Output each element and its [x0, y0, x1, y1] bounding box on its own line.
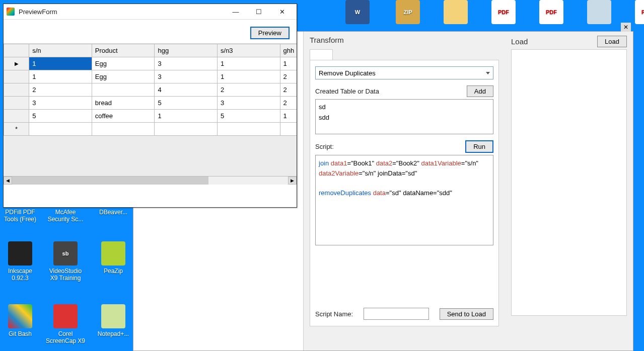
load-title: Load	[511, 37, 528, 46]
script-text: ="sd" dataName="sdd"	[386, 189, 452, 197]
cell[interactable]: 2	[280, 70, 297, 83]
maximize-button[interactable]: ☐	[247, 6, 270, 18]
desktop-icon-file[interactable]	[579, 0, 619, 26]
scroll-right-icon[interactable]: ▶	[288, 177, 297, 185]
desktop-icon-zip[interactable]: ZIP	[388, 0, 428, 26]
preview-button[interactable]: Preview	[250, 27, 290, 39]
cell[interactable]: 2	[280, 83, 297, 97]
cell[interactable]: 2	[29, 83, 92, 97]
script-attr: data1	[331, 159, 347, 167]
minimize-button[interactable]: —	[224, 6, 247, 18]
load-panel	[511, 49, 627, 316]
column-header[interactable]: Product	[92, 44, 155, 57]
load-section: Load Load	[505, 32, 633, 350]
cell[interactable]: 3	[218, 97, 280, 110]
cell[interactable]: 3	[155, 57, 218, 70]
desktop-icon-videostudio[interactable]: sbVideoStudio X9 Training	[45, 241, 86, 282]
script-name-input[interactable]	[364, 308, 429, 320]
cell[interactable]: 5	[155, 97, 218, 110]
desktop-icon-pdf-2[interactable]: PDF	[531, 0, 571, 26]
script-keyword: removeDuplicates	[319, 189, 373, 197]
cell[interactable]: 1	[29, 57, 92, 70]
cell[interactable]: Egg	[92, 70, 155, 83]
cell[interactable]: coffee	[92, 110, 155, 123]
table-row[interactable]: ▶ 1 Egg 3 1 1	[4, 57, 297, 70]
desktop-icon-word[interactable]: W	[337, 0, 378, 26]
table-row[interactable]: 2 4 2 2	[4, 83, 297, 97]
cell[interactable]	[92, 83, 155, 97]
script-name-label: Script Name:	[315, 310, 353, 318]
script-text: ="s/n"	[461, 159, 478, 167]
window-title: PreviewForm	[19, 8, 224, 16]
cell[interactable]: 1	[280, 110, 297, 123]
transform-title: Transform	[310, 36, 499, 44]
cell[interactable]: 1	[218, 57, 280, 70]
desktop-icon-inkscape[interactable]: Inkscape 0.92.3	[0, 241, 40, 282]
table-row[interactable]: 3 bread 5 3 2	[4, 97, 297, 110]
desktop-icon-corel[interactable]: Corel ScreenCap X9	[45, 304, 86, 344]
run-button[interactable]: Run	[465, 140, 493, 153]
cell[interactable]: 1	[218, 70, 280, 83]
column-header[interactable]: ghh	[280, 44, 297, 57]
desktop-icon-folder[interactable]	[436, 0, 476, 26]
cell[interactable]: 1	[29, 70, 92, 83]
script-keyword: join	[319, 159, 331, 167]
script-attr: data	[373, 189, 386, 197]
desktop-icon-gitbash[interactable]: Git Bash	[0, 304, 40, 337]
created-table-label: Created Table or Data	[315, 87, 379, 95]
datagrid[interactable]: s/n Product hgg s/n3 ghh ▶ 1 Egg 3 1 1 1…	[4, 44, 297, 185]
cell[interactable]: 1	[155, 110, 218, 123]
cell[interactable]: 4	[155, 83, 218, 97]
close-button[interactable]: ✕	[270, 6, 294, 18]
cell[interactable]: 3	[155, 70, 218, 83]
cell[interactable]: 1	[280, 57, 297, 70]
script-attr: data2Variable	[319, 169, 359, 177]
new-row[interactable]: *	[4, 123, 297, 136]
table-row[interactable]: 5 coffee 1 5 1	[4, 110, 297, 123]
icon-label: PeaZip	[104, 268, 123, 275]
row-header[interactable]	[4, 110, 29, 123]
row-header[interactable]	[4, 97, 29, 110]
column-header[interactable]: s/n	[29, 44, 92, 57]
icon-label: Notepad+...	[98, 330, 129, 337]
desktop-icon-mcafee[interactable]: McAfee Security Sc...	[45, 209, 86, 223]
dropdown-value: Remove Duplicates	[319, 69, 376, 77]
horizontal-scrollbar[interactable]: ◀ ▶	[4, 176, 297, 185]
corner-cell[interactable]	[4, 44, 29, 57]
desktop-icon-pdfill[interactable]: PDFill PDF Tools (Free)	[0, 209, 40, 223]
icon-label: DBeaver...	[99, 209, 127, 216]
script-text: ="s/n" joinData="sd"	[359, 169, 417, 177]
scroll-thumb[interactable]	[12, 177, 208, 185]
created-data-list[interactable]: sd sdd	[315, 99, 493, 134]
cell[interactable]: 2	[218, 83, 280, 97]
cell[interactable]: Egg	[92, 57, 155, 70]
load-button[interactable]: Load	[597, 36, 627, 47]
transform-tab[interactable]	[310, 49, 333, 60]
cell[interactable]: 5	[218, 110, 280, 123]
cell[interactable]: 3	[29, 97, 92, 110]
scroll-left-icon[interactable]: ◀	[4, 177, 12, 185]
tab-close-icon[interactable]: ✕	[621, 23, 631, 32]
cell[interactable]: bread	[92, 97, 155, 110]
icon-label: Inkscape 0.92.3	[8, 268, 32, 282]
row-header[interactable]	[4, 70, 29, 83]
send-to-load-button[interactable]: Send to Load	[440, 308, 493, 320]
desktop-icon-pdf-1[interactable]: PDF	[483, 0, 524, 26]
scroll-track[interactable]	[12, 177, 288, 185]
column-header[interactable]: hgg	[155, 44, 218, 57]
titlebar[interactable]: PreviewForm — ☐ ✕	[4, 4, 297, 20]
list-item[interactable]: sd	[319, 102, 490, 112]
transform-operation-dropdown[interactable]: Remove Duplicates	[315, 66, 493, 79]
icon-label: VideoStudio X9 Training	[49, 268, 82, 282]
table-row[interactable]: 1 Egg 3 1 2	[4, 70, 297, 83]
desktop-icon-peazip[interactable]: PeaZip	[93, 241, 133, 275]
column-header[interactable]: s/n3	[218, 44, 280, 57]
add-button[interactable]: Add	[467, 85, 493, 97]
script-textarea[interactable]: join data1="Book1" data2="Book2" data1Va…	[315, 155, 493, 245]
list-item[interactable]: sdd	[319, 112, 490, 123]
cell[interactable]: 5	[29, 110, 92, 123]
desktop-icon-notepad[interactable]: Notepad+...	[93, 304, 133, 337]
cell[interactable]: 2	[280, 97, 297, 110]
desktop-icon-dbeaver[interactable]: DBeaver...	[93, 209, 133, 216]
row-header[interactable]	[4, 83, 29, 97]
